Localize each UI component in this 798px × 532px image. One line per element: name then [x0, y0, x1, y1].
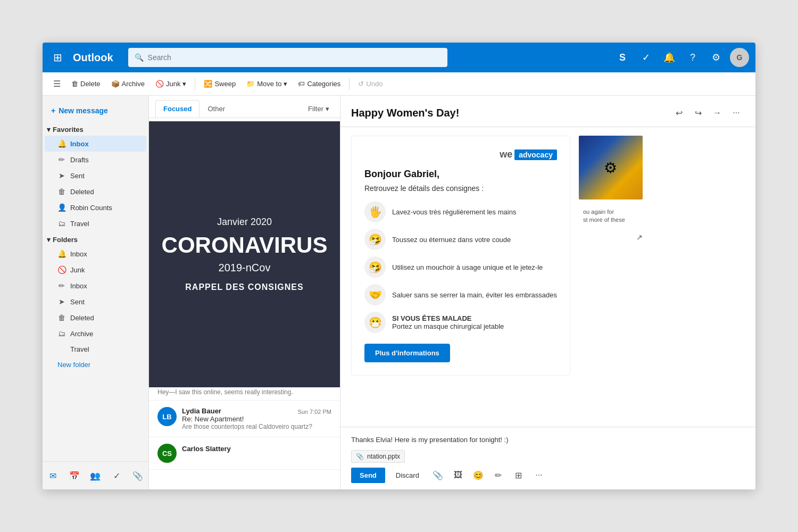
sweep-button[interactable]: 🔀 Sweep [200, 78, 240, 90]
avatar[interactable]: G [730, 48, 749, 67]
junk-button[interactable]: 🚫 Junk ▾ [151, 78, 190, 90]
sidebar-item-inbox-fav[interactable]: 🔔 Inbox [45, 136, 146, 152]
reading-pane: Happy Women's Day! ↩ ↪ → ··· we advocacy [340, 96, 755, 489]
sidebar-item-archive[interactable]: 🗂 Archive [45, 326, 146, 342]
top-bar: ⊞ Outlook 🔍 S ✓ 🔔 ? ⚙ G [43, 43, 755, 72]
move-chevron-icon: ▾ [284, 80, 287, 88]
email-sender: Carlos Slattery [182, 445, 231, 453]
attach-button[interactable]: 📎 [430, 467, 446, 483]
reading-body: we advocacy Bonjour Gabriel, Retrouvez l… [340, 127, 755, 427]
list-item: 😷 SI VOUS ÊTES MALADEPortez un masque ch… [364, 312, 557, 333]
drafts-folder-icon: ✏ [57, 281, 66, 290]
new-message-button[interactable]: + New message [49, 102, 110, 119]
covid-email-content: we advocacy Bonjour Gabriel, Retrouvez l… [351, 136, 570, 376]
list-item[interactable]: CS Carlos Slattery [149, 437, 340, 470]
calendar-bottom-icon[interactable]: 📅 [65, 466, 84, 485]
covid-greeting: Bonjour Gabriel, [364, 169, 557, 180]
email-time: Sun 7:02 PM [297, 409, 331, 415]
emoji-button[interactable]: 😊 [470, 467, 486, 483]
reply-all-icon[interactable]: ↩ [670, 104, 687, 121]
sidebar-item-deleted-folder[interactable]: 🗑 Deleted [45, 310, 146, 326]
handshake-icon: 🤝 [364, 284, 386, 305]
sidebar-item-travel-fav[interactable]: 🗂 Travel [45, 215, 146, 231]
list-item: 🤧 Toussez ou éternuez dans votre coude [364, 229, 557, 250]
table-button[interactable]: ⊞ [511, 467, 527, 483]
drafts-icon: ✏ [57, 155, 66, 164]
inbox-icon: 🔔 [57, 139, 66, 148]
archive-folder-icon: 🗂 [57, 329, 66, 338]
tab-focused[interactable]: Focused [155, 100, 200, 118]
check-icon[interactable]: ✓ [636, 48, 655, 67]
reply-toolbar: Send Discard 📎 🖼 😊 ✏ ⊞ ··· [351, 467, 745, 483]
app-title: Outlook [73, 52, 113, 64]
discard-button[interactable]: Discard [389, 468, 426, 483]
email-subject: Re: New Apartment! [182, 415, 331, 423]
cta-button[interactable]: Plus d'informations [364, 344, 450, 362]
email-sender: Lydia Bauer [182, 407, 221, 415]
sidebar-item-inbox-2[interactable]: ✏ Inbox [45, 278, 146, 294]
sidebar-item-travel-folder[interactable]: Travel [45, 342, 146, 357]
list-item[interactable]: LB Lydia Bauer Sun 7:02 PM Re: New Apart… [149, 401, 340, 437]
folder-icon: 🗂 [57, 219, 66, 228]
categories-button[interactable]: 🏷 Categories [294, 78, 345, 90]
toolbar: ☰ 🗑 Delete 📦 Archive 🚫 Junk ▾ 🔀 Sweep 📁 … [43, 72, 755, 96]
list-item: 🖐 Lavez-vous très régulièrement les main… [364, 201, 557, 222]
favorites-chevron-icon: ▾ [47, 126, 51, 134]
search-bar[interactable]: 🔍 [128, 48, 447, 67]
filter-button[interactable]: Filter ▾ [304, 103, 334, 115]
more-actions-icon[interactable]: ··· [728, 104, 745, 121]
folders-group[interactable]: ▾ Folders [43, 231, 148, 246]
junk-icon: 🚫 [155, 80, 164, 88]
attachment-chip: 📎 ntation.pptx [351, 450, 405, 463]
avatar-lydia: LB [157, 407, 177, 426]
inbox-folder-icon: 🔔 [57, 250, 66, 258]
attachments-bottom-icon[interactable]: 📎 [128, 466, 147, 485]
archive-icon: 📦 [111, 80, 120, 88]
sidebar-item-deleted-fav[interactable]: 🗑 Deleted [45, 184, 146, 200]
categories-icon: 🏷 [298, 80, 305, 88]
handwash-icon: 🖐 [364, 201, 386, 222]
sidebar-item-sent-folder[interactable]: ➤ Sent [45, 294, 146, 310]
deleted-folder-icon: 🗑 [57, 313, 66, 322]
sidebar-item-sent-fav[interactable]: ➤ Sent [45, 168, 146, 184]
tab-other[interactable]: Other [200, 100, 233, 118]
sidebar-item-drafts[interactable]: ✏ Drafts [45, 152, 146, 168]
mask-icon: 😷 [364, 312, 386, 333]
delete-button[interactable]: 🗑 Delete [67, 78, 105, 90]
draw-button[interactable]: ✏ [491, 467, 506, 483]
forward-icon[interactable]: → [709, 104, 726, 121]
covid-list: 🖐 Lavez-vous très régulièrement les main… [364, 201, 557, 333]
email-preview: Are those countertops real Caldoveiro qu… [182, 423, 331, 430]
image-button[interactable]: 🖼 [450, 467, 466, 483]
hamburger-icon[interactable]: ☰ [49, 77, 65, 91]
skype-icon[interactable]: S [613, 48, 632, 67]
waffle-icon[interactable]: ⊞ [49, 47, 66, 68]
undo-button[interactable]: ↺ Undo [354, 78, 387, 90]
we-advocacy-logo: we advocacy [364, 149, 557, 160]
compose-icon: + [51, 106, 55, 115]
contacts-bottom-icon[interactable]: 👥 [86, 466, 105, 485]
favorites-group[interactable]: ▾ Favorites [43, 121, 148, 136]
send-button[interactable]: Send [351, 468, 385, 483]
sidebar-item-inbox-folder[interactable]: 🔔 Inbox [45, 246, 146, 262]
new-folder-link[interactable]: New folder [45, 357, 146, 372]
preview-text: ou again for st more of these [579, 204, 643, 229]
settings-icon[interactable]: ⚙ [706, 48, 726, 67]
more-reply-icon[interactable]: ··· [531, 467, 547, 483]
email-list-area: Focused Other Filter ▾ Janvier 2020 CORO… [149, 96, 340, 489]
mail-bottom-icon[interactable]: ✉ [44, 466, 63, 485]
reply-icon[interactable]: ↪ [689, 104, 706, 121]
sent-icon: ➤ [57, 171, 66, 180]
junk-chevron-icon: ▾ [182, 80, 186, 88]
expand-icon[interactable]: ↗ [579, 233, 643, 242]
reply-text: Thanks Elvia! Here is my presentation fo… [351, 434, 745, 446]
sidebar-item-junk[interactable]: 🚫 Junk [45, 262, 146, 278]
archive-button[interactable]: 📦 Archive [107, 78, 149, 90]
tasks-bottom-icon[interactable]: ✓ [107, 466, 126, 485]
help-icon[interactable]: ? [683, 48, 702, 67]
search-input[interactable] [148, 53, 441, 62]
move-button[interactable]: 📁 Move to ▾ [242, 78, 292, 90]
sidebar-item-robin-counts[interactable]: 👤 Robin Counts [45, 200, 146, 215]
folders-chevron-icon: ▾ [47, 236, 51, 244]
bell-icon[interactable]: 🔔 [660, 48, 679, 67]
